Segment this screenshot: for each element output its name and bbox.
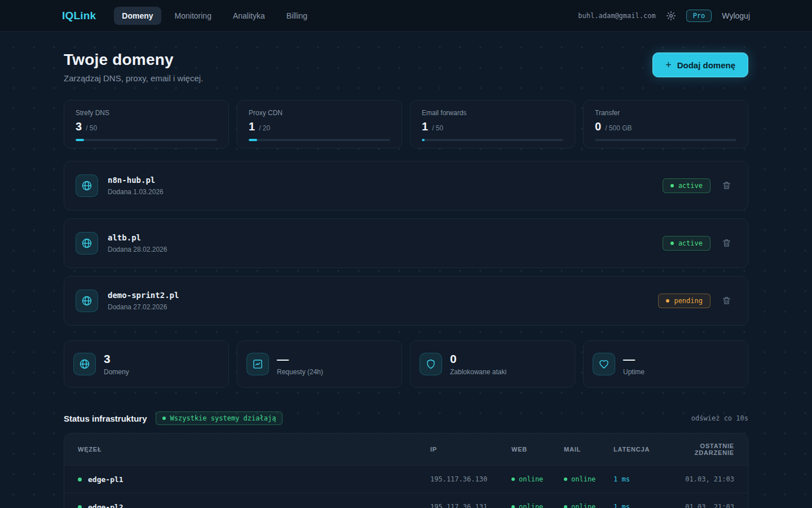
trash-icon[interactable] — [722, 181, 732, 191]
last-event: 01.03, 21:03 — [676, 503, 734, 508]
domain-added-date: Dodana 1.03.2026 — [108, 188, 164, 196]
quota-cards: Strefy DNS 3 / 50 Proxy CDN 1 / 20 — [64, 100, 748, 148]
col-header-last-event: OSTATNIE ZDARZENIE — [676, 437, 734, 462]
heart-icon — [593, 353, 615, 375]
top-navbar: IQLink Domeny Monitoring Analityka Billi… — [0, 0, 812, 32]
node-status-dot — [78, 478, 82, 481]
online-dot — [511, 478, 515, 481]
domain-row-n8n-hub[interactable]: n8n-hub.pl Dodana 1.03.2026 active — [64, 161, 748, 211]
summary-label: Domeny — [104, 368, 129, 376]
node-name: edge-pl2 — [88, 503, 123, 508]
main-nav: Domeny Monitoring Analityka Billing — [114, 7, 315, 25]
domain-row-demo-sprint2[interactable]: demo-sprint2.pl Dodana 27.02.2026 pendin… — [64, 276, 748, 326]
quota-value: 1 — [422, 120, 428, 133]
col-header-ip: IP — [430, 440, 511, 458]
table-header-row: WĘZEŁ IP WEB MAIL LATENCJA OSTATNIE ZDAR… — [64, 433, 748, 465]
col-header-mail: MAIL — [564, 440, 614, 458]
plan-badge: Pro — [686, 10, 712, 22]
status-dot — [666, 299, 669, 303]
col-header-latency: LATENCJA — [614, 440, 676, 458]
quota-card-transfer: Transfer 0 / 500 GB — [583, 100, 748, 148]
quota-card-dns: Strefy DNS 3 / 50 — [64, 100, 229, 148]
logout-button[interactable]: Wyloguj — [722, 11, 750, 20]
add-domain-button[interactable]: + Dodaj domenę — [652, 52, 748, 77]
mail-status: online — [564, 503, 614, 508]
online-dot — [564, 505, 567, 508]
summary-cards: 3 Domeny — Requesty (24h) — [64, 340, 748, 388]
summary-label: Zablokowane ataki — [450, 368, 506, 376]
quota-card-proxy: Proxy CDN 1 / 20 — [237, 100, 402, 148]
node-ip: 195.117.36.130 — [430, 475, 511, 483]
web-status: online — [511, 475, 564, 483]
summary-value: — — [623, 352, 645, 365]
progress-bar — [249, 139, 390, 141]
latency-value: 1 ms — [614, 503, 676, 508]
mail-status: online — [564, 475, 614, 483]
online-dot — [511, 505, 515, 508]
gear-icon[interactable] — [666, 11, 676, 21]
table-row: edge-pl1 195.117.36.130 online online 1 … — [64, 465, 748, 493]
status-dot — [162, 417, 166, 420]
nav-item-analityka[interactable]: Analityka — [225, 7, 273, 25]
quota-value: 1 — [249, 120, 255, 133]
table-row: edge-pl2 195.117.36.131 online online 1 … — [64, 493, 748, 508]
quota-value: 0 — [595, 120, 601, 133]
domain-row-altb[interactable]: altb.pl Dodana 28.02.2026 active — [64, 218, 748, 268]
plus-icon: + — [665, 60, 672, 70]
summary-label: Requesty (24h) — [277, 368, 323, 376]
node-ip: 195.117.36.131 — [430, 503, 511, 508]
status-badge: pending — [658, 294, 710, 308]
add-domain-label: Dodaj domenę — [677, 60, 735, 70]
quota-limit: / 50 — [432, 124, 443, 132]
shield-icon — [420, 353, 442, 375]
col-header-web: WEB — [511, 440, 564, 458]
nav-item-domeny[interactable]: Domeny — [114, 7, 161, 25]
web-status: online — [511, 503, 564, 508]
summary-value: — — [277, 352, 323, 365]
chart-icon — [246, 353, 269, 375]
app-logo[interactable]: IQLink — [62, 10, 96, 22]
page-subtitle: Zarządzaj DNS, proxy, email i więcej. — [64, 73, 203, 83]
summary-value: 3 — [104, 352, 129, 365]
page-title: Twoje domeny — [64, 51, 203, 69]
quota-label: Email forwards — [422, 109, 563, 117]
online-dot — [564, 478, 567, 481]
domain-added-date: Dodana 28.02.2026 — [108, 246, 167, 253]
main-area: Twoje domeny Zarządzaj DNS, proxy, email… — [0, 32, 812, 508]
nav-item-billing[interactable]: Billing — [279, 7, 315, 25]
quota-label: Strefy DNS — [76, 109, 217, 117]
globe-icon — [76, 232, 98, 255]
trash-icon[interactable] — [722, 296, 732, 306]
trash-icon[interactable] — [722, 238, 732, 248]
summary-value: 0 — [450, 352, 506, 365]
all-systems-badge: Wszystkie systemy działają — [156, 411, 283, 425]
quota-label: Transfer — [595, 109, 736, 117]
nav-item-monitoring[interactable]: Monitoring — [167, 7, 219, 25]
quota-limit: / 50 — [86, 124, 97, 132]
domain-list: n8n-hub.pl Dodana 1.03.2026 active — [64, 161, 748, 326]
quota-label: Proxy CDN — [249, 109, 390, 117]
quota-limit: / 500 GB — [605, 124, 632, 132]
domain-added-date: Dodana 27.02.2026 — [108, 303, 179, 311]
last-event: 01.03, 21:03 — [676, 475, 734, 483]
refresh-interval-note: odśwież co 10s — [691, 414, 748, 422]
summary-card-blocked-attacks: 0 Zablokowane ataki — [410, 340, 575, 388]
globe-icon — [73, 353, 96, 375]
user-email: buhl.adam@gmail.com — [578, 12, 655, 20]
status-badge: active — [663, 236, 710, 251]
domain-name: altb.pl — [108, 233, 167, 242]
infrastructure-table: WĘZEŁ IP WEB MAIL LATENCJA OSTATNIE ZDAR… — [64, 433, 748, 508]
domain-name: demo-sprint2.pl — [108, 291, 179, 300]
status-title: Status infrastruktury — [64, 414, 147, 423]
status-badge: active — [663, 178, 710, 193]
quota-limit: / 20 — [259, 124, 270, 132]
col-header-node: WĘZEŁ — [78, 440, 430, 458]
summary-card-uptime: — Uptime — [583, 340, 748, 388]
latency-value: 1 ms — [614, 475, 676, 483]
quota-card-email: Email forwards 1 / 50 — [410, 100, 575, 148]
summary-card-requests: — Requesty (24h) — [237, 340, 402, 388]
summary-label: Uptime — [623, 368, 645, 376]
quota-value: 3 — [76, 120, 82, 133]
globe-icon — [76, 174, 98, 197]
summary-card-domains: 3 Domeny — [64, 340, 229, 388]
